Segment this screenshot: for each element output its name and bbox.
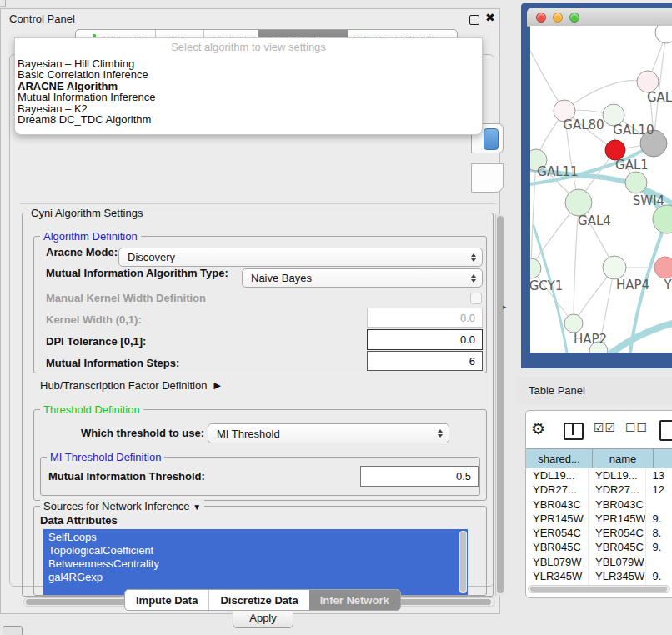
table-row[interactable]: YBL079WYBL079W	[526, 555, 672, 569]
network-node-y[interactable]	[654, 257, 672, 278]
spinner-icon	[471, 253, 476, 262]
network-node-gal1[interactable]	[625, 172, 647, 193]
data-attributes-label: Data Attributes	[40, 514, 118, 527]
algorithm-list: Bayesian – Hill ClimbingBasic Correlatio…	[15, 53, 482, 125]
network-edge	[612, 323, 672, 352]
aracne-mode-label: Aracne Mode:	[46, 246, 118, 258]
cell: YDL19...	[526, 468, 589, 482]
tab-impute-data[interactable]: Impute Data	[125, 590, 208, 610]
gear-icon[interactable]: ⚙	[531, 419, 545, 438]
network-graph: GALGAL80GAL10GAL11GAL1SWI4GAL4GCY1HAP4YH…	[530, 26, 672, 352]
network-canvas[interactable]: GALGAL80GAL10GAL11GAL1SWI4GAL4GCY1HAP4YH…	[530, 26, 672, 352]
sources-title-text: Sources for Network Inference	[43, 500, 190, 512]
dpi-tolerance-label: DPI Tolerance [0,1]:	[46, 335, 146, 348]
tab-discretize-data[interactable]: Discretize Data	[208, 590, 308, 610]
algorithm-option-aracne-algorithm[interactable]: ARACNE Algorithm	[18, 81, 482, 92]
attribute-option-betweennesscentrality[interactable]: BetweennessCentrality	[43, 558, 468, 571]
column-header-shared[interactable]: shared...	[526, 448, 593, 468]
close-icon[interactable]: ✖	[485, 11, 495, 24]
cell: YLR345W	[526, 569, 589, 583]
which-threshold-select[interactable]: MI Threshold	[208, 423, 449, 443]
table-row[interactable]: YLR345WYLR345W9.	[526, 569, 672, 583]
table-row[interactable]: YBR045CYBR045C9.	[526, 540, 672, 554]
minimized-panel-icon[interactable]	[3, 626, 23, 635]
table-horizontal-scrollbar[interactable]	[528, 585, 670, 593]
node-label: HAP2	[574, 332, 607, 347]
traffic-light-zoom-button[interactable]	[569, 12, 579, 22]
network-node-blank[interactable]	[655, 26, 672, 43]
algorithm-option-mutual-information-inference[interactable]: Mutual Information Inference	[18, 92, 482, 102]
algorithm-option-basic-correlation-inference[interactable]: Basic Correlation Inference	[18, 69, 482, 80]
apply-label: Apply	[249, 612, 277, 624]
corner-artifact	[0, 0, 6, 7]
algorithm-option-bayesian-k2[interactable]: Bayesian – K2	[18, 103, 482, 114]
panel-splitter-arrow-icon[interactable]: ▸	[503, 302, 507, 311]
column-header-blank[interactable]	[654, 448, 672, 468]
kernel-width-value: 0.0	[460, 312, 475, 324]
hub-transcription-factor-expander[interactable]: Hub/Transcription Factor Definition ▶	[40, 379, 221, 392]
attribute-option-selfloops[interactable]: SelfLoops	[43, 531, 468, 544]
node-label: SWI4	[633, 193, 664, 208]
table-row[interactable]: YBR043CYBR043C	[526, 498, 672, 512]
table-row[interactable]: YER054CYER054C8.	[526, 526, 672, 540]
spinner-icon	[438, 429, 443, 438]
cell: YBR045C	[589, 540, 646, 554]
attributes-scrollbar[interactable]	[459, 531, 467, 593]
network-node-gal4[interactable]	[565, 189, 592, 216]
traffic-light-minimize-button[interactable]	[553, 12, 563, 22]
attribute-option-gal4rgexp[interactable]: gal4RGexp	[43, 571, 468, 584]
table-body: YDL19...YDL19...13YDR27...YDR27...12YBR0…	[526, 468, 672, 585]
mi-algorithm-type-label: Mutual Information Algorithm Type:	[46, 267, 228, 279]
algorithm-placeholder: Select algorithm to view settings	[15, 38, 482, 53]
table-panel-header: Table Panel	[515, 377, 672, 404]
mi-threshold-definition-title: MI Threshold Definition	[47, 451, 164, 463]
node-label: Y	[663, 278, 672, 292]
vertical-scrollbar[interactable]	[495, 214, 504, 596]
attribute-option-topologicalcoefficient[interactable]: TopologicalCoefficient	[43, 544, 468, 558]
cyni-mode-tabs: Impute DataDiscretize DataInfer Network	[124, 589, 401, 611]
traffic-light-close-button[interactable]	[536, 12, 546, 22]
panel-divider	[20, 203, 497, 204]
cell: YBL079W	[589, 555, 646, 569]
network-node-gcy1[interactable]	[530, 258, 541, 278]
split-columns-icon[interactable]	[564, 422, 584, 440]
which-threshold-value: MI Threshold	[217, 428, 280, 440]
network-window-titlebar[interactable]	[527, 8, 672, 27]
deselect-all-checkboxes-icon[interactable]: ☐☐	[625, 421, 648, 434]
mi-steps-input[interactable]: 6	[367, 351, 483, 371]
cell: YBR043C	[526, 498, 589, 512]
table-panel-title: Table Panel	[529, 384, 585, 397]
mi-algorithm-type-value: Naive Bayes	[251, 272, 312, 284]
manual-kernel-width-checkbox[interactable]	[470, 292, 482, 304]
cell: YER054C	[526, 526, 589, 540]
algorithm-option-dream8-dc-tdc-algorithm[interactable]: Dream8 DC_TDC Algorithm	[18, 114, 482, 125]
mi-threshold-input[interactable]: 0.5	[360, 466, 479, 487]
table-row[interactable]: YPR145WYPR145W9.	[526, 512, 672, 526]
column-header-name[interactable]: name	[593, 448, 654, 468]
cell: YER054C	[589, 526, 646, 540]
network-node-hap4[interactable]	[603, 256, 626, 279]
cell	[646, 555, 672, 569]
network-node-swi4[interactable]	[653, 205, 672, 233]
tab-label: Impute Data	[136, 594, 198, 607]
export-table-icon[interactable]	[659, 420, 672, 441]
cell: 9.	[646, 569, 672, 583]
mi-algorithm-type-select[interactable]: Naive Bayes	[242, 268, 483, 288]
table-row[interactable]: YDR27...YDR27...12	[526, 482, 672, 497]
aracne-mode-select[interactable]: Discovery	[118, 248, 483, 267]
node-label: GCY1	[530, 278, 563, 293]
float-window-icon[interactable]	[469, 15, 479, 25]
table-row[interactable]: YDL19...YDL19...13	[526, 468, 672, 482]
network-edge	[564, 80, 648, 111]
kernel-width-input[interactable]: 0.0	[367, 308, 483, 328]
mi-threshold-label: Mutual Information Threshold:	[48, 470, 205, 482]
select-all-checkboxes-icon[interactable]: ☑☑	[594, 421, 616, 434]
network-node-hap2[interactable]	[564, 314, 583, 332]
dpi-tolerance-input[interactable]: 0.0	[367, 329, 483, 350]
tab-infer-network[interactable]: Infer Network	[309, 590, 400, 610]
cyni-algorithm-settings-title: Cyni Algorithm Settings	[28, 207, 146, 219]
sources-title[interactable]: Sources for Network Inference ▼	[40, 500, 204, 512]
algorithm-option-bayesian-hill-climbing[interactable]: Bayesian – Hill Climbing	[18, 58, 482, 69]
focused-spinner[interactable]	[484, 128, 499, 150]
aracne-mode-value: Discovery	[128, 251, 175, 263]
